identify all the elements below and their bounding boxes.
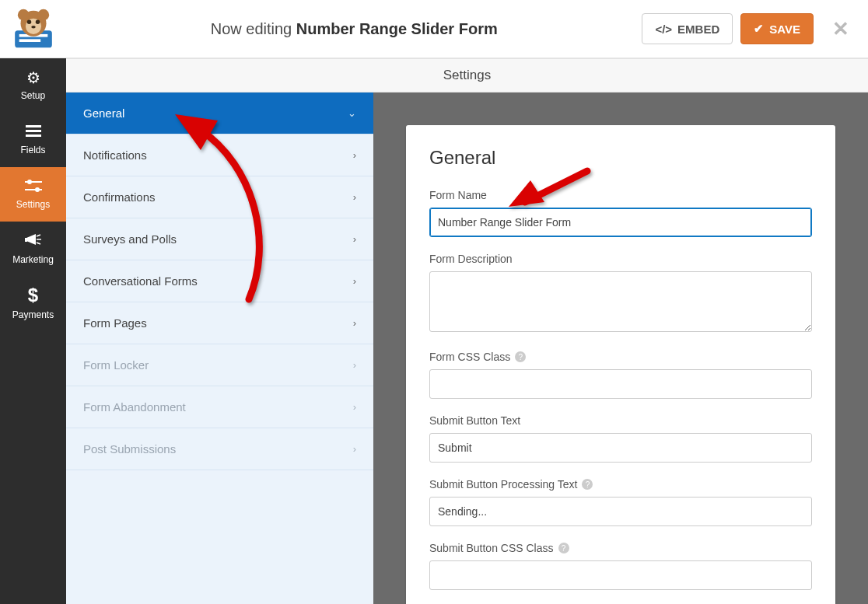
settings-menu: General ⌄ Notifications › Confirmations … bbox=[66, 93, 373, 604]
rail-label: Fields bbox=[20, 145, 45, 155]
page-editing-title: Now editing Number Range Slider Form bbox=[66, 20, 642, 38]
help-icon[interactable]: ? bbox=[582, 479, 593, 490]
chevron-right-icon: › bbox=[353, 443, 356, 455]
svg-point-9 bbox=[31, 25, 36, 28]
svg-point-14 bbox=[27, 180, 32, 184]
svg-rect-17 bbox=[25, 238, 27, 242]
sidebar-rail: ⚙ Setup Fields Settings Marketing $ Paym… bbox=[0, 58, 66, 604]
settings-item-form-pages[interactable]: Form Pages › bbox=[66, 302, 373, 344]
form-description-textarea[interactable] bbox=[429, 271, 812, 332]
submit-text-input[interactable] bbox=[429, 433, 812, 463]
submit-css-class-label: Submit Button CSS Class bbox=[429, 542, 554, 554]
settings-item-form-locker[interactable]: Form Locker › bbox=[66, 344, 373, 386]
embed-button[interactable]: </> EMBED bbox=[642, 13, 733, 44]
settings-item-label: Post Submissions bbox=[83, 442, 176, 456]
settings-item-notifications[interactable]: Notifications › bbox=[66, 134, 373, 176]
settings-item-label: Notifications bbox=[83, 148, 147, 162]
chevron-right-icon: › bbox=[353, 149, 356, 161]
submit-processing-input[interactable] bbox=[429, 497, 812, 526]
save-button[interactable]: ✔ SAVE bbox=[740, 13, 814, 44]
form-css-class-input[interactable] bbox=[429, 369, 812, 399]
rail-item-settings[interactable]: Settings bbox=[0, 167, 66, 222]
settings-item-label: Conversational Forms bbox=[83, 274, 198, 288]
settings-item-label: General bbox=[83, 106, 124, 120]
settings-item-conversational-forms[interactable]: Conversational Forms › bbox=[66, 260, 373, 302]
code-icon: </> bbox=[655, 23, 672, 36]
settings-item-general[interactable]: General ⌄ bbox=[66, 93, 373, 134]
svg-rect-12 bbox=[26, 134, 41, 137]
embed-button-label: EMBED bbox=[677, 23, 719, 36]
chevron-right-icon: › bbox=[353, 275, 356, 287]
chevron-down-icon: ⌄ bbox=[348, 107, 356, 119]
rail-item-fields[interactable]: Fields bbox=[0, 113, 66, 167]
svg-rect-10 bbox=[26, 125, 41, 127]
help-icon[interactable]: ? bbox=[515, 351, 526, 362]
save-button-label: SAVE bbox=[769, 23, 800, 36]
svg-point-7 bbox=[26, 19, 31, 24]
list-icon bbox=[26, 124, 41, 140]
rail-item-marketing[interactable]: Marketing bbox=[0, 222, 66, 276]
submit-css-class-input[interactable] bbox=[429, 560, 812, 590]
svg-rect-2 bbox=[19, 39, 40, 42]
sliders-icon bbox=[25, 179, 42, 194]
help-icon[interactable]: ? bbox=[558, 543, 569, 553]
megaphone-icon bbox=[25, 233, 42, 250]
form-css-class-label: Form CSS Class bbox=[429, 351, 510, 363]
dollar-icon: $ bbox=[28, 286, 38, 305]
close-icon[interactable]: ✕ bbox=[832, 17, 849, 41]
app-logo bbox=[0, 0, 66, 58]
rail-item-setup[interactable]: ⚙ Setup bbox=[0, 58, 66, 113]
chevron-right-icon: › bbox=[353, 317, 356, 329]
form-name-input[interactable] bbox=[429, 208, 812, 237]
page-title-text: Settings bbox=[443, 68, 491, 83]
general-settings-panel: General Form Name Form Description Form … bbox=[406, 125, 835, 604]
settings-item-post-submissions[interactable]: Post Submissions › bbox=[66, 428, 373, 470]
rail-label: Payments bbox=[12, 309, 54, 320]
svg-point-16 bbox=[35, 187, 40, 192]
check-icon: ✔ bbox=[754, 22, 764, 36]
settings-item-label: Form Pages bbox=[83, 316, 147, 330]
form-description-label: Form Description bbox=[429, 253, 812, 265]
rail-label: Setup bbox=[21, 90, 45, 101]
page-title: Settings bbox=[66, 58, 868, 93]
top-bar: Now editing Number Range Slider Form </>… bbox=[0, 0, 868, 58]
settings-item-label: Form Abandonment bbox=[83, 400, 186, 414]
editing-form-name: Number Range Slider Form bbox=[296, 20, 498, 37]
settings-item-label: Confirmations bbox=[83, 190, 156, 204]
svg-point-4 bbox=[17, 9, 29, 20]
rail-label: Settings bbox=[16, 199, 50, 210]
gear-icon: ⚙ bbox=[26, 70, 40, 86]
svg-point-5 bbox=[37, 9, 49, 20]
panel-heading: General bbox=[429, 147, 812, 169]
settings-item-surveys-polls[interactable]: Surveys and Polls › bbox=[66, 218, 373, 260]
chevron-right-icon: › bbox=[353, 191, 356, 203]
chevron-right-icon: › bbox=[353, 401, 356, 413]
submit-text-label: Submit Button Text bbox=[429, 414, 812, 427]
svg-point-8 bbox=[35, 19, 40, 24]
settings-item-label: Surveys and Polls bbox=[83, 232, 177, 246]
settings-item-label: Form Locker bbox=[83, 358, 149, 372]
svg-rect-11 bbox=[26, 130, 41, 132]
chevron-right-icon: › bbox=[353, 359, 356, 371]
chevron-right-icon: › bbox=[353, 233, 356, 245]
submit-processing-label: Submit Button Processing Text bbox=[429, 478, 577, 491]
settings-item-confirmations[interactable]: Confirmations › bbox=[66, 176, 373, 218]
form-name-label: Form Name bbox=[429, 189, 812, 201]
settings-item-form-abandonment[interactable]: Form Abandonment › bbox=[66, 386, 373, 428]
rail-label: Marketing bbox=[12, 254, 54, 265]
rail-item-payments[interactable]: $ Payments bbox=[0, 276, 66, 330]
now-editing-prefix: Now editing bbox=[211, 20, 292, 37]
